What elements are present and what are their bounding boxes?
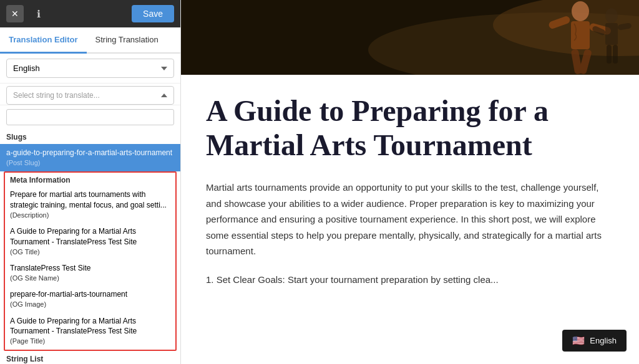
meta-item-og-title[interactable]: A Guide to Preparing for a Martial Arts … [5, 223, 175, 260]
language-select[interactable]: English French Spanish German [6, 59, 174, 78]
flag-icon: 🇺🇸 [572, 335, 585, 347]
meta-item-page-title[interactable]: A Guide to Preparing for a Martial Arts … [5, 313, 175, 350]
meta-item-og-image-label: prepare-for-martial-arts-tournament [10, 289, 170, 300]
search-wrap [0, 105, 180, 129]
article-body-paragraph-1: Martial arts tournaments provide an oppo… [206, 180, 614, 259]
tab-string-translation[interactable]: String Translation [87, 27, 167, 54]
svg-rect-10 [605, 23, 618, 45]
meta-item-og-title-type: (OG Title) [10, 247, 170, 257]
tabs: Translation Editor String Translation [0, 27, 180, 54]
slug-item-type: (Post Slug) [6, 158, 174, 168]
toolbar: ✕ ℹ Save [0, 0, 180, 27]
meta-item-page-title-type: (Page Title) [10, 337, 170, 346]
meta-item-description-type: (Description) [10, 211, 170, 220]
language-badge-label: English [590, 336, 617, 345]
slug-item-post-slug[interactable]: a-guide-to-preparing-for-a-martial-arts-… [0, 144, 180, 171]
hero-image [181, 0, 639, 75]
string-select[interactable]: Select string to translate... [6, 86, 174, 105]
string-list-section: String List TranslatePress Test Site [0, 351, 180, 364]
close-button[interactable]: ✕ [6, 5, 24, 22]
svg-point-9 [605, 8, 618, 23]
language-badge[interactable]: 🇺🇸 English [562, 330, 627, 352]
info-button[interactable]: ℹ [30, 5, 47, 22]
svg-rect-13 [607, 45, 612, 64]
meta-item-og-site-name-type: (OG Site Name) [10, 274, 170, 283]
left-panel: ✕ ℹ Save Translation Editor String Trans… [0, 0, 181, 364]
meta-item-og-image[interactable]: prepare-for-martial-arts-tournament (OG … [5, 286, 175, 312]
meta-item-description[interactable]: Prepare for martial arts tournaments wit… [5, 186, 175, 223]
slugs-section-header: Slugs [0, 129, 180, 144]
tab-translation-editor[interactable]: Translation Editor [0, 27, 87, 54]
slug-item-label: a-guide-to-preparing-for-a-martial-arts-… [6, 148, 174, 158]
meta-section-header: Meta Information [5, 173, 175, 186]
svg-rect-14 [613, 45, 618, 64]
close-icon: ✕ [11, 9, 19, 19]
article-content: A Guide to Preparing for a Martial Arts … [181, 75, 639, 325]
meta-item-og-image-type: (OG Image) [10, 300, 170, 309]
article-body-paragraph-2: 1. Set Clear Goals: Start your tournamen… [206, 272, 614, 288]
info-icon: ℹ [37, 8, 41, 20]
right-panel: A Guide to Preparing for a Martial Arts … [181, 0, 639, 364]
meta-item-og-title-label: A Guide to Preparing for a Martial Arts … [10, 226, 170, 247]
svg-rect-4 [571, 21, 590, 49]
meta-item-og-site-name-label: TranslatePress Test Site [10, 263, 170, 274]
hero-svg [181, 0, 639, 75]
meta-information-section: Meta Information Prepare for martial art… [4, 171, 177, 350]
string-list: Slugs a-guide-to-preparing-for-a-martial… [0, 129, 180, 364]
meta-item-description-label: Prepare for martial arts tournaments wit… [10, 189, 170, 211]
string-list-section-header: String List [0, 351, 180, 364]
meta-item-og-site-name[interactable]: TranslatePress Test Site (OG Site Name) [5, 260, 175, 286]
string-select-wrap: Select string to translate... [0, 84, 180, 105]
article-title: A Guide to Preparing for a Martial Arts … [206, 93, 614, 162]
language-select-wrap: English French Spanish German [0, 54, 180, 84]
search-input[interactable] [6, 109, 174, 125]
svg-point-3 [572, 1, 589, 21]
save-button[interactable]: Save [132, 5, 174, 22]
meta-item-page-title-label: A Guide to Preparing for a Martial Arts … [10, 316, 170, 337]
